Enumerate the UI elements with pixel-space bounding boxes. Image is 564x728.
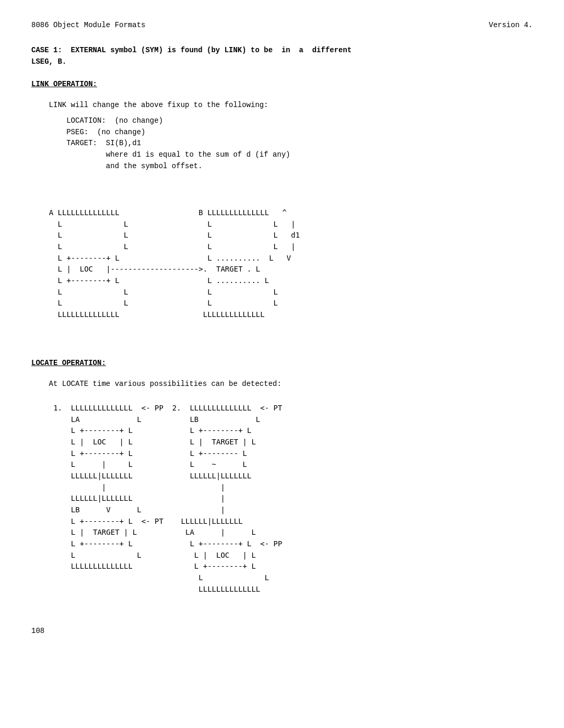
link-operation-heading: LINK OPERATION: [31, 80, 533, 95]
link-intro: LINK will change the above fixup to the … [31, 100, 533, 111]
diagram-a: A LLLLLLLLLLLLLL B LLLLLLLLLLLLLL ^ L L … [31, 185, 533, 344]
diagram-a-pre: A LLLLLLLLLLLLLL B LLLLLLLLLLLLLL ^ L L … [31, 207, 533, 321]
link-details: LOCATION: (no change) PSEG: (no change) … [31, 115, 533, 172]
locate-diagrams: 1. LLLLLLLLLLLLLL <- PP 2. LLLLLLLLLLLLL… [31, 403, 533, 595]
case-heading: CASE 1: EXTERNAL symbol (SYM) is found (… [31, 45, 533, 67]
locate-operation-heading: LOCATE OPERATION: [31, 359, 533, 373]
header-left: 8086 Object Module Formats [31, 21, 145, 29]
page-number: 108 [31, 627, 44, 635]
header-right: Version 4. [489, 21, 533, 29]
locate-intro: At LOCATE time various possibilities can… [31, 379, 533, 390]
